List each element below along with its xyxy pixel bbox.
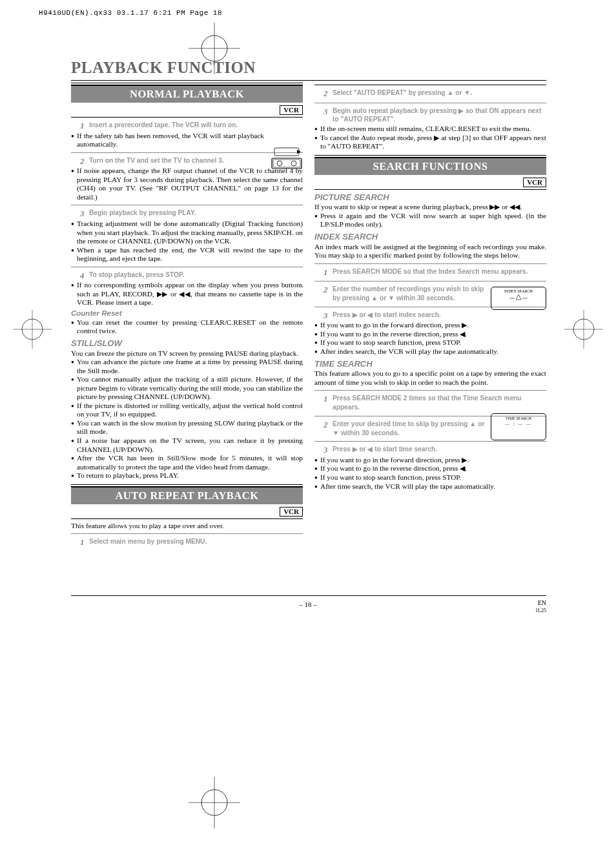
- still-intro: You can freeze the picture on TV screen …: [71, 349, 303, 358]
- bullet: After time search, the VCR will play the…: [314, 482, 546, 491]
- down-icon: ▼: [333, 429, 339, 436]
- vcr-tag: VCR: [523, 178, 546, 187]
- svg-marker-18: [516, 294, 521, 300]
- bullet: You can advance the picture one frame at…: [71, 358, 303, 375]
- bullet: If you want to go in the reverse directi…: [314, 330, 546, 339]
- picture-search-intro: If you want to skip or repeat a scene du…: [314, 203, 546, 212]
- step-3: 3 Begin playback by pressing PLAY.: [71, 208, 303, 220]
- bullet: If you want to stop search function, pre…: [314, 473, 546, 482]
- rev-icon: ◀: [460, 464, 465, 472]
- registration-mark-right: [564, 310, 603, 349]
- up-icon: ▲: [371, 294, 378, 302]
- bullet: If you want to stop search function, pre…: [314, 338, 546, 347]
- ffwd-icon: ▶▶: [489, 203, 500, 210]
- ffwd-icon: ▶▶: [157, 290, 169, 298]
- vcr-tag: VCR: [280, 507, 303, 517]
- bullet: If the safety tab has been removed, the …: [71, 132, 264, 149]
- counter-reset-heading: Counter Reset: [71, 309, 303, 318]
- bullet: If you want to go in the reverse directi…: [314, 464, 546, 473]
- section-heading-auto-repeat: AUTO REPEAT PLAYBACK: [71, 486, 303, 504]
- up-icon: ▲: [447, 89, 453, 96]
- play-icon: ▶: [353, 446, 358, 453]
- time-search-diagram: TIME SEARCH — : — —: [491, 413, 546, 440]
- bullet: If the on-screen menu still remains, CLE…: [314, 125, 546, 134]
- section-heading-search-functions: SEARCH FUNCTIONS: [314, 157, 546, 175]
- step-2: 2 Turn on the TV and set the TV to chann…: [71, 156, 303, 167]
- bullet: If a noise bar appears on the TV screen,…: [71, 436, 303, 454]
- bullet: You can reset the counter by pressing CL…: [71, 318, 303, 336]
- content-columns: NORMAL PLAYBACK VCR 1 Insert a prerecord…: [71, 83, 546, 548]
- step-auto-2: 2 Select "AUTO REPEAT" by pressing ▲ or …: [314, 88, 546, 99]
- step-auto-3: 3 Begin auto repeat playback by pressing…: [314, 106, 546, 125]
- bullet: Tracking adjustment will be done automat…: [71, 220, 303, 246]
- still-slow-heading: STILL/SLOW: [71, 338, 303, 349]
- cassette-icon: [271, 147, 303, 170]
- right-column: 2 Select "AUTO REPEAT" by pressing ▲ or …: [314, 83, 546, 548]
- rew-icon: ◀◀: [179, 290, 190, 298]
- bullet: If the picture is distorted or rolling v…: [71, 402, 303, 419]
- bullet: You cannot manually adjust the tracking …: [71, 375, 303, 402]
- down-icon: ▼: [464, 89, 470, 96]
- rew-icon: ◀◀: [509, 203, 520, 210]
- bullet: If you want to go in the forward directi…: [314, 321, 546, 330]
- time-search-heading: TIME SEARCH: [314, 359, 546, 369]
- up-icon: ▲: [469, 420, 476, 427]
- footer-rule: [71, 595, 546, 596]
- registration-mark-left: [13, 310, 52, 349]
- bullet: If you want to go in the forward directi…: [314, 456, 546, 465]
- print-header: H9410UD(EN).qx33 03.1.17 6:21 PM Page 18: [39, 9, 222, 17]
- rev-icon: ◀: [460, 330, 465, 338]
- step-time-3: 3 Press ▶ or ◀ to start time search.: [314, 444, 546, 456]
- bullet: To return to playback, press PLAY.: [71, 471, 303, 480]
- step-index-1: 1 Press SEARCH MODE so that the Index Se…: [314, 267, 546, 278]
- bullet: If noise appears, change the RF output c…: [71, 167, 303, 201]
- bullet: When a tape has reached the end, the VCR…: [71, 246, 303, 263]
- page-code: EN 1L25: [535, 599, 546, 614]
- page-title: PLAYBACK FUNCTION: [71, 58, 546, 81]
- vcr-tag: VCR: [280, 105, 303, 115]
- svg-point-17: [291, 161, 296, 166]
- step-index-3: 3 Press ▶ or ◀ to start index search.: [314, 310, 546, 322]
- section-heading-normal-playback: NORMAL PLAYBACK: [71, 85, 303, 103]
- index-search-heading: INDEX SEARCH: [314, 232, 546, 242]
- bullet: To cancel the Auto repeat mode, press ▶ …: [314, 134, 546, 151]
- step-1: 1 Insert a prerecorded tape. The VCR wil…: [71, 120, 303, 132]
- time-search-intro: This feature allows you to go to a speci…: [314, 369, 546, 387]
- bullet: After the VCR has been in Still/Slow mod…: [71, 454, 303, 471]
- step-4: 4 To stop playback, press STOP.: [71, 270, 303, 282]
- page-number: – 18 –: [0, 600, 616, 609]
- index-search-intro: An index mark will be assigned at the be…: [314, 243, 546, 260]
- bullet: If no corresponding symbols appear on th…: [71, 281, 303, 307]
- down-icon: ▼: [388, 294, 395, 302]
- picture-search-heading: PICTURE SEARCH: [314, 192, 546, 203]
- bullet: After index search, the VCR will play th…: [314, 347, 546, 356]
- left-column: NORMAL PLAYBACK VCR 1 Insert a prerecord…: [71, 83, 303, 548]
- bullet: You can watch in the slow motion by pres…: [71, 419, 303, 436]
- svg-rect-12: [274, 148, 299, 156]
- svg-point-16: [277, 161, 282, 166]
- bullet: Press it again and the VCR will now sear…: [314, 212, 546, 229]
- play-icon: ▶: [353, 311, 358, 318]
- auto-repeat-intro: This feature allows you to play a tape o…: [71, 522, 303, 531]
- step-auto-1: 1 Select main menu by pressing MENU.: [71, 537, 303, 548]
- index-search-diagram: INDEX SEARCH: [491, 287, 546, 310]
- registration-mark-bottom: [189, 777, 240, 828]
- play-icon: ▶: [434, 134, 439, 141]
- step-time-1: 1 Press SEARCH MODE 2 times so that the …: [314, 393, 546, 413]
